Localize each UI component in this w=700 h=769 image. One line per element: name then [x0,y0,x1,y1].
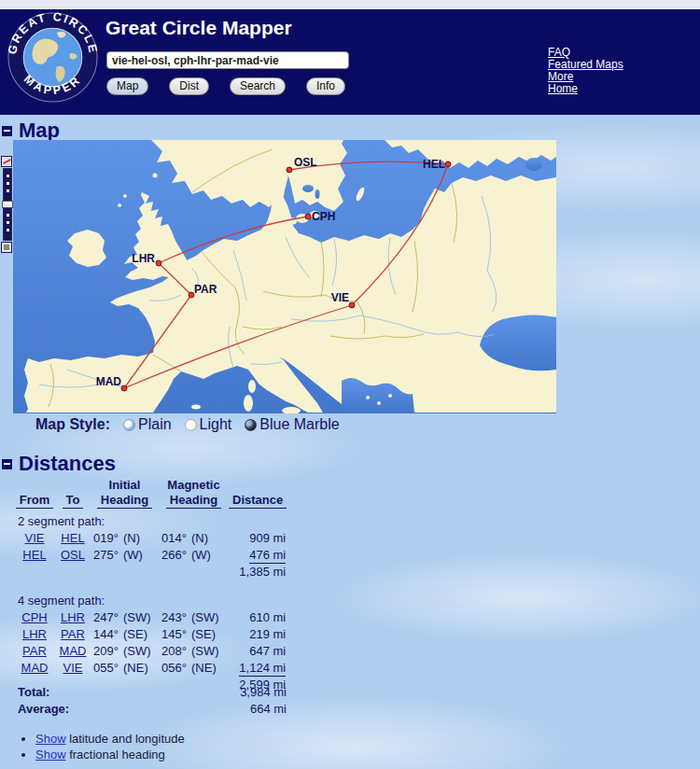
table-header-row-1: Initial Magnetic [14,475,287,492]
airport-label-hel: HEL [423,158,445,171]
map-style-plain[interactable]: Plain [123,416,172,433]
great-circle-mapper-page: { "colors": { "header_bg": "#0a0a63", "p… [0,0,700,769]
options-list: Show latitude and longitude Show fractio… [21,730,185,763]
distance-row: VIEHEL019°(N)014°(N)909 mi [14,528,287,545]
total-label: Total: [14,685,49,699]
distance-value: 476 mi [249,548,286,564]
zoom-slider-handle[interactable] [2,201,13,208]
distances-section-title: Distances [19,452,116,476]
dist-button[interactable]: Dist [169,77,209,95]
col-heading-magnetic: Heading [166,493,221,509]
col-initial: Initial [91,475,159,492]
segment-group-label: 4 segment path: [14,588,287,608]
airport-dot-cph[interactable] [305,214,311,219]
distance-value: 219 mi [249,627,286,641]
show-fractional-link[interactable]: Show [35,748,66,762]
header-buttons: Map Dist Search Info [106,77,345,95]
airport-link-lhr[interactable]: LHR [22,627,47,641]
col-heading-initial: Heading [97,493,152,509]
airport-dot-hel[interactable] [445,161,451,167]
header-nav: FAQ Featured Maps More Home [548,47,623,95]
distance-value: 1,124 mi [239,661,286,677]
site-title: Great Circle Mapper [105,17,292,39]
pan-mode-button[interactable] [1,242,12,253]
distance-row: HELOSL275°(W)266°(W)476 mi [14,545,287,562]
airport-label-osl: OSL [294,156,317,169]
show-fractional-item: Show fractional heading [35,748,185,762]
distances-section-header: Distances [2,452,116,476]
show-latlon-item: Show latitude and longitude [35,732,185,746]
airport-dot-lhr[interactable] [156,260,161,266]
distance-row: CPHLHR247°(SW)243°(SW)610 mi [14,608,287,624]
distance-value: 647 mi [249,644,286,658]
show-fractional-text: fractional heading [66,748,165,762]
col-from: From [16,493,54,509]
show-latlon-link[interactable]: Show [35,732,66,746]
average-value: 664 mi [250,702,287,716]
total-value: 3,984 mi [240,685,287,699]
site-header: GREAT CIRCLE MAPPER Great Circle Mapper … [0,9,700,115]
airport-link-par[interactable]: PAR [61,627,85,641]
airport-dot-osl[interactable] [287,167,292,173]
airport-link-hel[interactable]: HEL [61,531,84,545]
distance-value: 909 mi [249,531,286,545]
average-label: Average: [14,702,69,716]
segment-group-label: 2 segment path: [14,509,287,528]
plain-label: Plain [138,416,172,433]
distance-row: MADVIE055°(NE)056°(NE)1,124 mi [14,658,287,675]
light-label: Light [200,416,232,433]
airport-link-vie[interactable]: VIE [63,661,83,675]
map-canvas: OSLHELCPHLHRPARVIEMAD [13,140,556,413]
col-to: To [63,493,84,509]
map-style-blue-marble[interactable]: Blue Marble [245,416,339,433]
airport-dot-mad[interactable] [121,385,127,391]
airport-dot-vie[interactable] [349,302,355,308]
show-latlon-text: latitude and longitude [66,732,185,746]
subtotal-row: 1,385 mi [14,562,287,579]
map-zoom-control[interactable] [1,156,13,253]
airport-link-osl[interactable]: OSL [61,548,85,562]
airport-link-lhr[interactable]: LHR [61,610,85,624]
segment-group-row: 4 segment path: [14,588,287,608]
map-style-bar: Map Style: Plain Light Blue Marble [35,416,353,433]
airport-link-cph[interactable]: CPH [21,610,47,624]
collapse-distances-icon[interactable] [2,459,12,469]
airport-label-par: PAR [194,283,217,296]
col-magnetic: Magnetic [159,475,229,492]
route-query-input[interactable] [106,51,349,69]
airport-link-mad[interactable]: MAD [60,644,87,658]
route-map[interactable]: OSLHELCPHLHRPARVIEMAD [13,140,556,413]
airport-link-mad[interactable]: MAD [21,661,49,675]
distance-row: PARMAD209°(SW)208°(SW)647 mi [14,641,287,658]
table-header-row-2: From To Heading Heading Distance [14,492,287,509]
subtotal-value: 1,385 mi [229,562,287,579]
site-logo[interactable]: GREAT CIRCLE MAPPER [7,12,98,103]
collapse-map-icon[interactable] [2,126,12,136]
airport-label-vie: VIE [331,291,349,304]
top-strip [0,0,700,9]
info-button[interactable]: Info [306,77,345,95]
map-button[interactable]: Map [106,77,148,95]
airport-link-hel[interactable]: HEL [22,548,46,562]
airport-label-lhr: LHR [132,252,155,265]
map-style-light[interactable]: Light [185,416,232,433]
map-style-label: Map Style: [35,416,110,433]
segment-group-row: 2 segment path: [14,509,287,528]
blue-marble-globe-icon [245,419,257,431]
plain-globe-icon [123,419,135,431]
airport-label-mad: MAD [96,375,122,388]
nav-link-home[interactable]: Home [548,83,623,95]
distances-table: Initial Magnetic From To Heading Heading… [14,475,287,701]
airport-label-cph: CPH [312,210,335,223]
airport-link-vie[interactable]: VIE [25,531,45,545]
zoom-slider-track[interactable] [3,168,12,241]
distance-value: 610 mi [249,610,286,624]
col-distance: Distance [229,493,287,509]
distance-row: LHRPAR144°(SE)145°(SE)219 mi [14,624,287,641]
airport-link-par[interactable]: PAR [22,644,47,658]
blue-marble-label: Blue Marble [259,416,339,433]
search-button[interactable]: Search [230,77,286,95]
light-globe-icon [185,419,197,431]
totals-block: Total: 3,984 mi Average: 664 mi [14,682,287,716]
zoom-mode-button[interactable] [1,156,12,167]
